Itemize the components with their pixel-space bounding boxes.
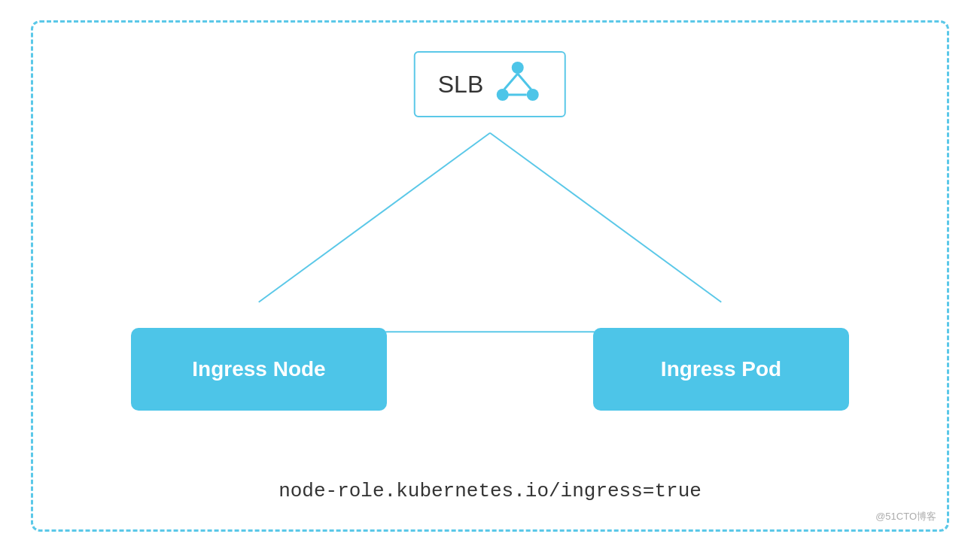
ingress-node-box: Ingress Node bbox=[131, 328, 387, 411]
svg-point-5 bbox=[527, 89, 539, 101]
svg-point-3 bbox=[512, 62, 524, 74]
ingress-node-label: Ingress Node bbox=[192, 357, 325, 381]
slb-label: SLB bbox=[438, 71, 483, 99]
svg-line-0 bbox=[259, 133, 490, 302]
svg-line-6 bbox=[504, 74, 518, 89]
network-icon bbox=[494, 62, 542, 107]
slb-box: SLB bbox=[414, 51, 566, 117]
svg-line-1 bbox=[490, 133, 721, 302]
ingress-pod-label: Ingress Pod bbox=[661, 357, 781, 381]
ingress-pod-box: Ingress Pod bbox=[593, 328, 849, 411]
svg-line-7 bbox=[518, 74, 531, 89]
svg-point-4 bbox=[497, 89, 509, 101]
diagram-container: SLB Ingress Node Ingress Pod node-role.k… bbox=[31, 20, 949, 532]
